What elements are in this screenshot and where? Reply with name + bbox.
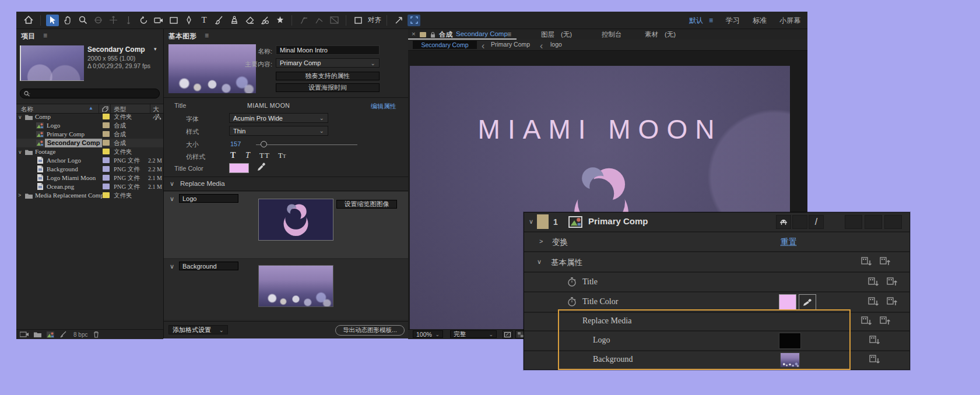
align-checkbox[interactable] xyxy=(352,15,364,26)
zoom-tool[interactable] xyxy=(76,15,89,26)
pull-from-comp-icon[interactable] xyxy=(861,257,873,267)
pull-from-comp-icon[interactable] xyxy=(869,336,881,345)
logo-media-value-thumbnail[interactable] xyxy=(779,333,801,349)
essential-properties-group-row[interactable]: ∨ 基本属性 xyxy=(524,252,909,273)
background-media-value-thumbnail[interactable] xyxy=(780,352,800,368)
push-to-comp-icon[interactable] xyxy=(887,277,898,287)
workspace-menu-icon[interactable]: ≡ xyxy=(709,16,713,24)
eraser-tool[interactable] xyxy=(243,15,256,26)
label-swatch[interactable] xyxy=(103,184,110,189)
push-to-comp-icon[interactable] xyxy=(887,297,898,307)
background-group-name-box[interactable]: Background xyxy=(179,262,238,270)
label-swatch[interactable] xyxy=(103,166,110,172)
transform-collapsed-icon[interactable]: > xyxy=(539,238,543,245)
comp-name-caret-icon[interactable]: ▾ xyxy=(154,46,157,52)
breadcrumb-secondary-comp[interactable]: Secondary Comp xyxy=(413,41,477,49)
set-poster-time-button[interactable]: 设置海报时间 xyxy=(276,83,380,92)
label-swatch[interactable] xyxy=(103,122,110,128)
tree-expand-icon[interactable]: ∨ xyxy=(18,114,22,120)
label-swatch[interactable] xyxy=(103,175,110,181)
lock-icon[interactable] xyxy=(430,31,435,38)
puppet-pin-tool[interactable] xyxy=(273,15,286,26)
breadcrumb-logo[interactable]: logo xyxy=(550,41,562,48)
all-caps-button[interactable]: TT xyxy=(259,151,270,160)
label-swatch[interactable] xyxy=(103,192,110,198)
mask-visibility-icon[interactable] xyxy=(328,15,340,26)
row-name[interactable]: Anchor Logo xyxy=(47,157,81,164)
row-name[interactable]: Logo Miami Moon xyxy=(47,174,96,181)
row-name[interactable]: Footage xyxy=(35,148,55,155)
table-row-ocean-png[interactable]: Ocean.png PNG 文件 2.1 M xyxy=(16,182,163,191)
selection-tool[interactable] xyxy=(46,15,59,26)
logo-group-expand-icon[interactable]: ∨ xyxy=(170,195,174,203)
layer-expand-icon[interactable]: ∨ xyxy=(529,218,533,225)
console-tab[interactable]: 控制台 xyxy=(602,30,622,39)
row-name[interactable]: Comp xyxy=(35,113,51,120)
essential-graphics-tab[interactable]: 基本图形 xyxy=(168,31,196,41)
table-row-logo-comp[interactable]: Logo 合成 xyxy=(16,121,163,130)
row-name[interactable]: Ocean.png xyxy=(47,183,74,190)
size-slider-track[interactable] xyxy=(256,144,357,145)
pull-from-comp-icon[interactable] xyxy=(868,277,880,287)
close-icon[interactable]: × xyxy=(412,30,416,37)
composition-tab-prefix[interactable]: 合成 xyxy=(439,30,452,39)
table-row-background-png[interactable]: Background PNG 文件 2.2 M xyxy=(16,165,163,174)
eg-panel-menu-icon[interactable]: ≡ xyxy=(205,31,209,40)
row-name[interactable]: Logo xyxy=(47,122,60,129)
title-color-property-row[interactable]: Title Color xyxy=(524,292,909,313)
workspace-tab-standard[interactable]: 标准 xyxy=(753,16,767,26)
orbit-camera-tool[interactable] xyxy=(92,15,104,26)
brush-tool[interactable] xyxy=(213,15,226,26)
roto-brush-tool[interactable] xyxy=(258,15,271,26)
title-row-label[interactable]: Title xyxy=(582,277,598,287)
dolly-camera-tool[interactable] xyxy=(122,15,135,26)
expand-workspace-icon[interactable] xyxy=(408,15,420,26)
project-search-input[interactable] xyxy=(20,89,160,98)
shy-switch-icon[interactable] xyxy=(776,215,791,229)
switch-box[interactable] xyxy=(845,215,862,229)
replace-media-expand-icon[interactable]: ∨ xyxy=(170,180,174,188)
row-name[interactable]: Media Replacement Comps xyxy=(35,192,106,199)
table-row-secondary-comp-selected[interactable]: Secondary Comp 合成 xyxy=(16,139,163,147)
layer-label-swatch[interactable] xyxy=(537,214,549,229)
small-caps-button[interactable]: Tt xyxy=(278,151,286,160)
trash-icon[interactable] xyxy=(93,331,99,338)
background-row-label[interactable]: Background xyxy=(593,355,633,364)
table-row-anchor-logo[interactable]: Anchor Logo PNG 文件 2.2 M xyxy=(16,156,163,165)
label-swatch[interactable] xyxy=(103,157,110,163)
switch-box[interactable] xyxy=(884,215,902,229)
layer-tab[interactable]: 图层 xyxy=(541,30,554,39)
graph-editor-icon[interactable] xyxy=(297,15,310,26)
logo-media-thumbnail[interactable] xyxy=(258,199,333,241)
home-icon[interactable] xyxy=(22,15,35,26)
transform-property-group-row[interactable]: > 变换 重置 xyxy=(524,232,909,252)
comp-label-swatch[interactable] xyxy=(420,32,426,37)
background-media-row[interactable]: Background xyxy=(524,351,909,369)
project-comp-name[interactable]: Secondary Comp xyxy=(87,45,145,54)
logo-group-name-box[interactable]: Logo xyxy=(179,194,238,203)
stopwatch-icon[interactable] xyxy=(567,297,577,307)
push-to-comp-icon[interactable] xyxy=(880,257,891,267)
size-slider-knob[interactable] xyxy=(261,141,267,147)
breadcrumb-primary-comp[interactable]: Primary Comp xyxy=(491,41,530,48)
replace-media-row-label[interactable]: Replace Media xyxy=(582,316,631,326)
export-motion-graphics-template-button[interactable]: 导出动态图形模板... xyxy=(335,325,405,336)
logo-row-label[interactable]: Logo xyxy=(593,336,610,345)
add-formatting-dropdown[interactable]: 添加格式设置⌄ xyxy=(168,325,228,334)
faux-italic-button[interactable]: T xyxy=(245,151,250,160)
collapse-transformations-switch[interactable] xyxy=(792,215,807,229)
quality-switch-icon[interactable]: / xyxy=(809,215,824,229)
solo-supported-properties-button[interactable]: 独奏支持的属性 xyxy=(276,72,380,80)
replace-media-group-row[interactable]: Replace Media xyxy=(524,313,909,331)
workspace-tab-small-screen[interactable]: 小屏幕 xyxy=(779,16,800,26)
type-tool[interactable]: T xyxy=(198,15,210,26)
label-swatch[interactable] xyxy=(103,114,110,119)
faux-bold-button[interactable]: T xyxy=(230,151,236,160)
clone-stamp-tool[interactable] xyxy=(228,15,241,26)
project-tab[interactable]: 项目 xyxy=(21,31,35,41)
essential-properties-label[interactable]: 基本属性 xyxy=(551,258,582,268)
row-name-selected[interactable]: Secondary Comp xyxy=(45,139,102,147)
zoom-level-dropdown[interactable]: 100%⌄ xyxy=(413,330,443,338)
switch-box[interactable] xyxy=(865,215,882,229)
pan-camera-tool[interactable] xyxy=(107,15,120,26)
